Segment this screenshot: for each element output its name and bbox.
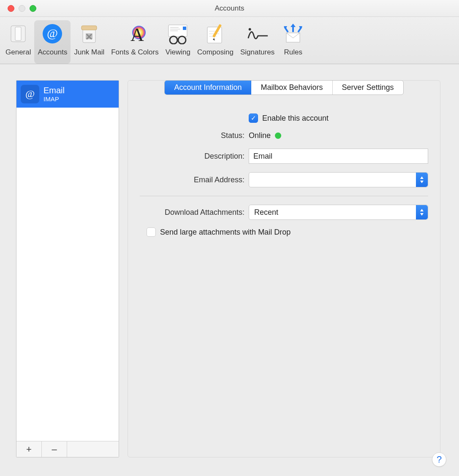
account-list[interactable]: @ Email IMAP bbox=[16, 81, 119, 441]
svg-text:@: @ bbox=[25, 88, 35, 99]
tab-server-settings[interactable]: Server Settings bbox=[333, 81, 403, 95]
toolbar-viewing[interactable]: Viewing bbox=[162, 20, 194, 64]
description-label: Description: bbox=[140, 152, 244, 161]
help-button[interactable]: ? bbox=[432, 452, 446, 467]
sidebar-footer: + – bbox=[16, 441, 119, 457]
at-icon: @ bbox=[21, 85, 39, 103]
email-address-label: Email Address: bbox=[140, 176, 244, 184]
svg-text:@: @ bbox=[47, 27, 58, 40]
svg-marker-32 bbox=[420, 209, 424, 211]
tab-mailbox-behaviors[interactable]: Mailbox Behaviors bbox=[251, 81, 332, 95]
mail-drop-checkbox[interactable] bbox=[147, 227, 156, 237]
trash-icon bbox=[77, 22, 101, 46]
accounts-sidebar: @ Email IMAP + – bbox=[16, 80, 119, 457]
toolbar-label: Composing bbox=[197, 48, 234, 57]
status-value: Online bbox=[249, 131, 271, 140]
email-address-popup[interactable] bbox=[249, 172, 428, 187]
svg-marker-30 bbox=[420, 176, 424, 179]
account-form: Enable this account Status: Online Descr… bbox=[140, 114, 428, 237]
svg-marker-26 bbox=[291, 24, 296, 27]
enable-account-checkbox[interactable] bbox=[249, 114, 258, 123]
svg-rect-12 bbox=[183, 27, 186, 30]
composing-icon bbox=[204, 22, 227, 46]
enable-account-label: Enable this account bbox=[262, 114, 329, 123]
account-subtitle: IMAP bbox=[43, 95, 65, 103]
toolbar-junk[interactable]: Junk Mail bbox=[71, 20, 108, 64]
svg-rect-1 bbox=[15, 27, 21, 41]
description-input[interactable]: Email bbox=[249, 149, 428, 164]
mail-drop-label: Send large attachments with Mail Drop bbox=[160, 228, 291, 237]
add-account-button[interactable]: + bbox=[16, 441, 42, 457]
svg-marker-33 bbox=[420, 213, 424, 216]
toolbar-rules[interactable]: Rules bbox=[278, 20, 308, 64]
preferences-toolbar: General @ Accounts Junk Mail bbox=[0, 17, 459, 64]
toolbar-label: Junk Mail bbox=[74, 48, 104, 57]
window-title: Accounts bbox=[0, 4, 459, 13]
download-attachments-value: Recent bbox=[254, 208, 278, 217]
svg-text:A: A bbox=[130, 24, 144, 44]
chevron-updown-icon bbox=[416, 173, 428, 187]
toolbar-label: Accounts bbox=[38, 48, 67, 57]
svg-point-17 bbox=[178, 36, 186, 44]
toolbar-label: General bbox=[5, 48, 31, 57]
rules-icon bbox=[281, 22, 305, 46]
viewing-icon bbox=[166, 22, 190, 46]
sidebar-spacer bbox=[67, 441, 119, 457]
toolbar-label: Signatures bbox=[240, 48, 274, 57]
status-label: Status: bbox=[140, 131, 244, 140]
content-area: @ Email IMAP + – Account Information Mai… bbox=[0, 64, 459, 476]
titlebar: Accounts bbox=[0, 0, 459, 17]
toolbar-label: Fonts & Colors bbox=[111, 48, 158, 57]
toolbar-fonts-colors[interactable]: A Fonts & Colors bbox=[108, 20, 162, 64]
svg-marker-31 bbox=[420, 181, 424, 183]
svg-point-16 bbox=[170, 36, 177, 44]
accounts-icon: @ bbox=[41, 22, 64, 46]
chevron-updown-icon bbox=[416, 205, 428, 219]
toolbar-accounts[interactable]: @ Accounts bbox=[34, 20, 71, 64]
account-detail-pane: Account Information Mailbox Behaviors Se… bbox=[128, 80, 440, 457]
signatures-icon bbox=[246, 22, 269, 46]
status-online-dot-icon bbox=[275, 133, 281, 139]
account-item[interactable]: @ Email IMAP bbox=[16, 81, 119, 108]
toolbar-composing[interactable]: Composing bbox=[194, 20, 237, 64]
general-icon bbox=[6, 22, 30, 46]
divider bbox=[140, 196, 428, 196]
detail-tabs: Account Information Mailbox Behaviors Se… bbox=[140, 80, 428, 95]
download-attachments-label: Download Attachments: bbox=[140, 208, 244, 217]
download-attachments-popup[interactable]: Recent bbox=[249, 205, 428, 220]
toolbar-signatures[interactable]: Signatures bbox=[237, 20, 278, 64]
toolbar-general[interactable]: General bbox=[2, 20, 34, 64]
svg-rect-5 bbox=[81, 26, 97, 30]
toolbar-label: Viewing bbox=[166, 48, 190, 57]
account-name: Email bbox=[43, 86, 65, 95]
svg-point-24 bbox=[248, 28, 251, 30]
tab-account-information[interactable]: Account Information bbox=[165, 81, 251, 95]
remove-account-button[interactable]: – bbox=[42, 441, 67, 457]
toolbar-label: Rules bbox=[284, 48, 302, 57]
fonts-colors-icon: A bbox=[123, 22, 147, 46]
